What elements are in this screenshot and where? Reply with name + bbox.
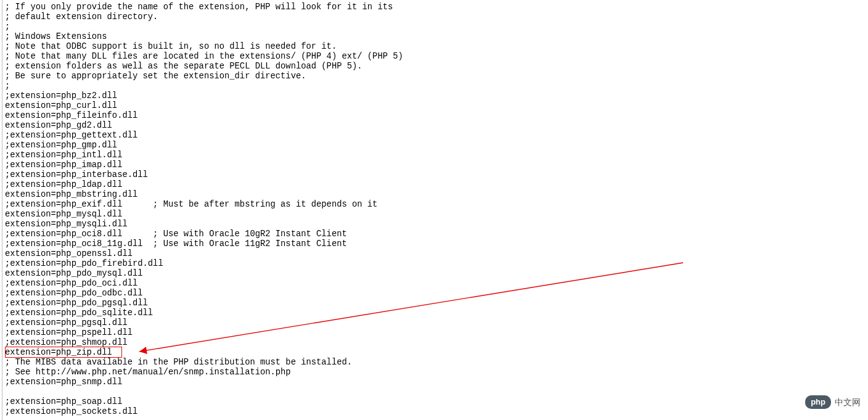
- watermark-php-pill: php: [805, 395, 831, 409]
- left-margin-rule: [2, 0, 2, 420]
- config-file-text: ; If you only provide the name of the ex…: [5, 2, 403, 417]
- watermark: php 中文网: [805, 395, 861, 409]
- watermark-label: 中文网: [835, 397, 861, 407]
